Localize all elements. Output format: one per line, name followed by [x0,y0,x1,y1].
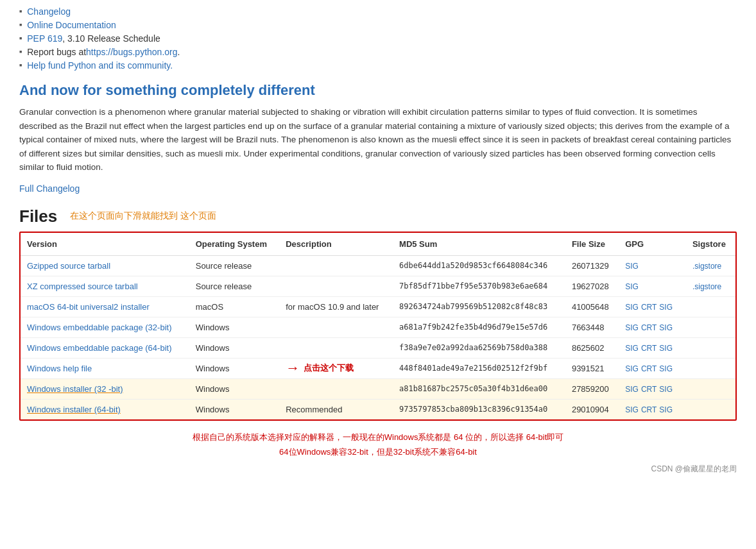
bugs-link[interactable]: https://bugs.python.org [86,47,177,57]
gpg-link[interactable]: CRT [641,303,657,312]
online-documentation-link[interactable]: Online Documentation [27,20,116,30]
col-description: Description [279,233,393,256]
col-gpg: GPG [619,233,686,256]
sigstore-cell [686,317,735,337]
files-annotation: 在这个页面向下滑就能找到 这个页面 [70,210,216,222]
section-heading: And now for something completely differe… [19,82,737,99]
os-cell: Source release [189,276,279,296]
os-cell: Windows [189,378,279,399]
col-os: Operating System [189,233,279,256]
desc-cell [279,255,393,276]
arrow-annotation: →点击这个下载 [286,360,354,376]
gpg-link[interactable]: SIG [625,262,639,271]
col-sigstore: Sigstore [686,233,735,256]
os-cell: Windows [189,399,279,419]
desc-cell: Recommended [279,399,393,419]
table-row: Gzipped source tarballSource release6dbe… [21,255,735,276]
desc-cell [279,276,393,296]
md5-cell: 6dbe644dd1a520d9853cf6648084c346 [393,255,565,276]
table-header-row: Version Operating System Description MD5… [21,233,735,256]
version-link[interactable]: XZ compressed source tarball [27,282,138,291]
bottom-line2: 64位Windows兼容32-bit，但是32-bit系统不兼容64-bit [19,444,737,459]
gpg-link[interactable]: SIG [659,323,673,332]
filesize-cell: 7663448 [565,317,619,337]
sigstore-cell: .sigstore [686,255,735,276]
gpg-link[interactable]: CRT [641,323,657,332]
gpg-cell: SIGCRTSIG [619,358,686,378]
files-table: Version Operating System Description MD5… [21,233,735,419]
fund-link[interactable]: Help fund Python and its community. [27,60,173,71]
gpg-link[interactable]: SIG [659,344,673,353]
md5-cell: 9735797853cba809b13c8396c91354a0 [393,399,565,419]
version-link[interactable]: Windows help file [27,364,92,373]
gpg-link[interactable]: SIG [659,303,673,312]
list-item-fund: Help fund Python and its community. [19,60,737,71]
table-row: Windows embeddable package (64-bit)Windo… [21,337,735,358]
gpg-link[interactable]: CRT [641,405,657,414]
list-item-bugs: Report bugs at https://bugs.python.org. [19,47,737,57]
version-link[interactable]: Windows embeddable package (32-bit) [27,323,171,332]
bugs-prefix: Report bugs at [27,47,86,57]
filesize-cell: 8625602 [565,337,619,358]
os-cell: Windows [189,317,279,337]
changelog-link[interactable]: Changelog [27,6,71,17]
sigstore-link[interactable]: .sigstore [692,282,721,291]
md5-cell: f38a9e7e02a992daa62569b758d0a388 [393,337,565,358]
gpg-link[interactable]: SIG [659,364,673,373]
list-item-online-docs: Online Documentation [19,20,737,30]
os-cell: Source release [189,255,279,276]
os-cell: Windows [189,358,279,378]
gpg-link[interactable]: SIG [625,344,639,353]
gpg-cell: SIGCRTSIG [619,378,686,399]
filesize-cell: 41005648 [565,296,619,317]
version-link[interactable]: macOS 64-bit universal2 installer [27,302,150,312]
gpg-link[interactable]: CRT [641,364,657,373]
desc-cell: for macOS 10.9 and later [279,296,393,317]
sigstore-link[interactable]: .sigstore [692,262,721,271]
sigstore-cell: .sigstore [686,276,735,296]
table-row: macOS 64-bit universal2 installermacOSfo… [21,296,735,317]
desc-cell [279,317,393,337]
gpg-link[interactable]: SIG [659,385,673,394]
md5-cell: a81b81687bc2575c05a30f4b31d6ea00 [393,378,565,399]
gpg-link[interactable]: CRT [641,344,657,353]
gpg-link[interactable]: CRT [641,385,657,394]
files-header: Files 在这个页面向下滑就能找到 这个页面 [19,207,737,226]
sigstore-cell [686,296,735,317]
table-row: Windows installer (32 -bit)Windowsa81b81… [21,378,735,399]
version-link[interactable]: Windows embeddable package (64-bit) [27,343,171,353]
full-changelog-link[interactable]: Full Changelog [19,183,80,194]
gpg-link[interactable]: SIG [625,405,639,414]
gpg-link[interactable]: SIG [625,303,639,312]
gpg-link[interactable]: SIG [625,282,639,291]
gpg-link[interactable]: SIG [625,385,639,394]
bottom-annotation: 根据自己的系统版本选择对应的解释器，一般现在的Windows系统都是 64 位的… [19,430,737,460]
version-link[interactable]: Windows installer (32 -bit) [27,384,123,394]
desc-cell [279,337,393,358]
bugs-suffix: . [178,47,180,57]
gpg-cell: SIGCRTSIG [619,317,686,337]
table-row: XZ compressed source tarballSource relea… [21,276,735,296]
filesize-cell: 19627028 [565,276,619,296]
col-md5: MD5 Sum [393,233,565,256]
gpg-link[interactable]: SIG [625,364,639,373]
list-item-pep619: PEP 619, 3.10 Release Schedule [19,33,737,44]
gpg-cell: SIGCRTSIG [619,296,686,317]
version-link[interactable]: Windows installer (64-bit) [27,405,121,414]
table-row: Windows help fileWindows→点击这个下载448f8401a… [21,358,735,378]
gpg-link[interactable]: SIG [659,405,673,414]
sigstore-cell [686,378,735,399]
os-cell: Windows [189,337,279,358]
files-title: Files [19,207,57,226]
os-cell: macOS [189,296,279,317]
gpg-cell: SIGCRTSIG [619,399,686,419]
pep619-link[interactable]: PEP 619 [27,33,62,44]
desc-cell [279,378,393,399]
col-filesize: File Size [565,233,619,256]
table-row: Windows installer (64-bit)WindowsRecomme… [21,399,735,419]
gpg-link[interactable]: SIG [625,323,639,332]
pep619-rest: , 3.10 Release Schedule [62,33,160,44]
gpg-cell: SIGCRTSIG [619,337,686,358]
filesize-cell: 29010904 [565,399,619,419]
version-link[interactable]: Gzipped source tarball [27,261,110,271]
